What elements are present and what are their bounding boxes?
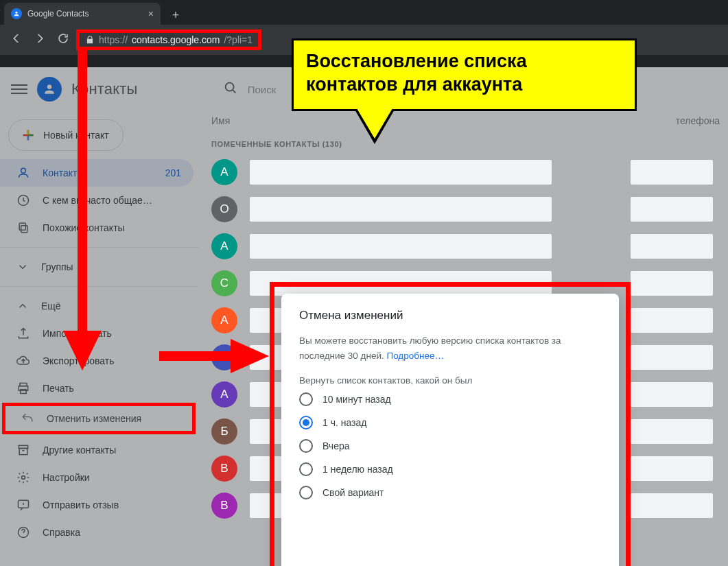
svg-rect-4 xyxy=(19,223,25,230)
dialog-subtitle: Вернуть список контактов, какой он был xyxy=(299,375,601,386)
history-icon xyxy=(16,193,30,207)
dialog-description: Вы можете восстановить любую версию спис… xyxy=(299,333,601,363)
forward-button[interactable] xyxy=(32,32,48,48)
reload-button[interactable] xyxy=(55,32,71,48)
undo-changes-dialog: Отмена изменений Вы можете восстановить … xyxy=(281,294,619,566)
svg-rect-3 xyxy=(21,226,27,233)
back-button[interactable] xyxy=(8,32,25,48)
contacts-favicon xyxy=(11,8,22,19)
avatar: В xyxy=(211,456,237,482)
sidebar-item-label: С кем вы часто общае… xyxy=(43,195,181,206)
contact-name-placeholder xyxy=(250,234,552,259)
contact-row[interactable]: А xyxy=(211,159,720,185)
sidebar-item-settings[interactable]: Настройки xyxy=(0,464,193,491)
section-title: ПОМЕЧЕННЫЕ КОНТАКТЫ (130) xyxy=(211,136,720,155)
sidebar-item-frequent[interactable]: С кем вы часто общае… xyxy=(0,187,193,214)
avatar: Б xyxy=(211,418,237,445)
new-contact-button[interactable]: Новый контакт xyxy=(8,119,124,151)
contact-row[interactable]: А xyxy=(211,233,720,259)
sidebar-item-similar[interactable]: Похожие контакты xyxy=(0,214,193,241)
help-icon xyxy=(16,526,30,539)
browser-tab[interactable]: Google Contacts × xyxy=(4,3,161,25)
sidebar-item-export[interactable]: Экспортировать xyxy=(0,347,193,375)
contact-phone-placeholder xyxy=(631,382,713,407)
sidebar-item-import[interactable]: Импортировать xyxy=(0,320,193,347)
radio-icon xyxy=(299,416,313,429)
contact-phone-placeholder xyxy=(631,160,713,185)
contact-name-placeholder xyxy=(250,160,552,185)
close-icon[interactable]: × xyxy=(148,9,154,19)
radio-label: 10 минут назад xyxy=(322,394,391,405)
search-placeholder[interactable]: Поиск xyxy=(248,84,277,95)
feedback-icon xyxy=(16,498,30,512)
learn-more-link[interactable]: Подробнее… xyxy=(386,351,444,361)
sidebar-section-groups[interactable]: Группы xyxy=(0,253,199,281)
sidebar-item-contacts[interactable]: Контакты 201 xyxy=(0,159,193,187)
radio-label: 1 ч. назад xyxy=(322,417,366,428)
url-path: /?pli=1 xyxy=(224,34,253,45)
sidebar-item-label: Экспортировать xyxy=(43,355,181,366)
sidebar-section-more[interactable]: Ещё xyxy=(0,292,199,320)
contact-phone-placeholder xyxy=(631,308,713,333)
sidebar-item-label: Отправить отзыв xyxy=(43,499,181,510)
sidebar-item-label: Печать xyxy=(43,383,181,394)
gear-icon xyxy=(16,471,30,484)
radio-icon xyxy=(299,439,313,453)
sidebar-item-undo-changes[interactable]: Отменить изменения xyxy=(4,405,193,432)
contact-phone-placeholder xyxy=(631,271,713,296)
contact-phone-placeholder xyxy=(631,197,713,222)
person-icon xyxy=(16,166,30,180)
contact-phone-placeholder xyxy=(631,419,713,444)
sidebar-item-help[interactable]: Справка xyxy=(0,519,193,546)
radio-icon xyxy=(299,486,313,499)
upload-icon xyxy=(16,327,30,340)
radio-option[interactable]: 10 минут назад xyxy=(299,392,601,406)
chevron-up-icon xyxy=(16,300,29,312)
avatar: А xyxy=(211,381,237,408)
avatar: А xyxy=(211,233,237,259)
copy-icon xyxy=(16,221,30,235)
search-icon[interactable] xyxy=(223,80,238,98)
contact-phone-placeholder xyxy=(631,345,713,370)
new-tab-button[interactable]: + xyxy=(166,5,185,25)
menu-button[interactable] xyxy=(11,81,27,97)
plus-icon xyxy=(21,128,35,142)
sidebar-item-label: Справка xyxy=(43,527,181,538)
radio-label: Вчера xyxy=(322,440,350,451)
radio-option[interactable]: 1 неделю назад xyxy=(299,462,601,476)
radio-option[interactable]: Вчера xyxy=(299,439,601,453)
url-scheme: https:// xyxy=(99,34,128,45)
avatar: A xyxy=(211,307,237,333)
url-host: contacts.google.com xyxy=(132,34,220,45)
radio-option[interactable]: Свой вариант xyxy=(299,486,601,499)
avatar: А xyxy=(211,159,237,185)
address-bar[interactable]: https://contacts.google.com/?pli=1 xyxy=(78,32,259,48)
avatar: Е xyxy=(211,344,237,370)
dialog-highlight: Отмена изменений Вы можете восстановить … xyxy=(272,284,629,566)
sidebar-item-label: Похожие контакты xyxy=(43,222,181,233)
sidebar-item-label: Группы xyxy=(41,261,73,272)
chevron-down-icon xyxy=(16,261,29,273)
svg-point-0 xyxy=(225,83,233,91)
annotation-callout-tail xyxy=(357,108,392,139)
radio-icon xyxy=(299,462,313,476)
undo-icon xyxy=(21,412,34,425)
archive-icon xyxy=(16,443,30,457)
radio-option[interactable]: 1 ч. назад xyxy=(299,416,601,429)
contact-name-placeholder xyxy=(250,197,552,222)
avatar: O xyxy=(211,196,237,222)
svg-rect-9 xyxy=(19,449,27,455)
sidebar-item-label: Отменить изменения xyxy=(47,413,181,424)
sidebar-item-label: Другие контакты xyxy=(43,445,181,456)
sidebar-item-print[interactable]: Печать xyxy=(0,375,193,402)
sidebar-item-label: Настройки xyxy=(43,472,181,483)
contact-row[interactable]: O xyxy=(211,196,720,222)
column-phone: телефона xyxy=(676,115,720,126)
avatar: C xyxy=(211,270,237,296)
sidebar-item-label: Ещё xyxy=(41,300,61,311)
svg-rect-7 xyxy=(21,390,26,394)
new-contact-label: Новый контакт xyxy=(43,130,109,141)
sidebar-item-feedback[interactable]: Отправить отзыв xyxy=(0,491,193,519)
sidebar-item-other[interactable]: Другие контакты xyxy=(0,436,193,464)
app-title: Контакты xyxy=(71,80,138,98)
